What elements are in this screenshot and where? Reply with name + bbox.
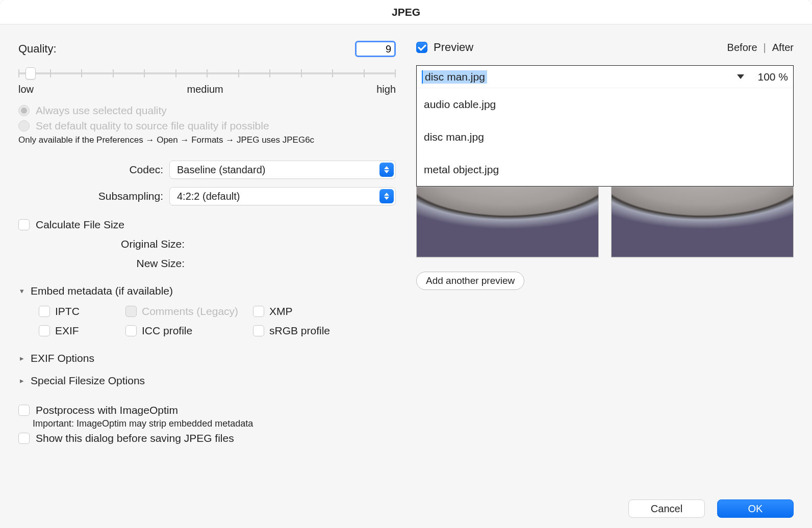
- comments-label: Comments (Legacy): [142, 305, 238, 318]
- radio-always-label: Always use selected quality: [36, 104, 167, 117]
- iptc-checkbox[interactable]: [39, 306, 50, 317]
- radio-hint: Only available if the Preferences → Open…: [18, 135, 396, 145]
- jpeg-export-dialog: JPEG Quality: low medium high: [0, 0, 812, 528]
- slider-medium-label: medium: [187, 84, 223, 95]
- comments-checkbox: [125, 306, 137, 317]
- dropdown-option[interactable]: metal object.jpg: [417, 153, 793, 186]
- subsampling-select[interactable]: 4:2:2 (default): [169, 187, 396, 205]
- preview-file-combobox[interactable]: disc man.jpg 100 % audio cable.jpg disc …: [416, 65, 794, 187]
- preview-images-row: [416, 187, 794, 257]
- show-dialog-label: Show this dialog before saving JPEG file…: [36, 432, 234, 444]
- postprocess-label: Postprocess with ImageOptim: [36, 404, 178, 416]
- slider-high-label: high: [376, 84, 396, 95]
- exif-checkbox[interactable]: [39, 325, 50, 336]
- selected-file-text[interactable]: disc man.jpg: [422, 70, 487, 84]
- preview-panel: Preview Before | After disc man.jpg 100 …: [416, 41, 794, 518]
- exif-label: EXIF: [55, 325, 79, 337]
- exif-options-label: EXIF Options: [31, 352, 94, 364]
- quality-label: Quality:: [18, 42, 57, 56]
- slider-ticks: [18, 69, 396, 77]
- srgb-label: sRGB profile: [269, 325, 330, 337]
- dropdown-option[interactable]: disc man.jpg: [417, 121, 793, 153]
- iptc-label: IPTC: [55, 305, 80, 318]
- preview-label: Preview: [434, 41, 473, 54]
- caret-down-icon[interactable]: [737, 74, 744, 79]
- preview-before-image[interactable]: [416, 187, 599, 257]
- embed-metadata-disclosure[interactable]: ▾ Embed metadata (if available): [18, 285, 396, 297]
- after-label[interactable]: After: [772, 42, 794, 54]
- slider-low-label: low: [18, 84, 34, 95]
- show-dialog-checkbox[interactable]: [18, 433, 30, 444]
- zoom-level: 100 %: [757, 71, 788, 83]
- file-dropdown-list: audio cable.jpg disc man.jpg metal objec…: [417, 88, 793, 186]
- xmp-checkbox[interactable]: [253, 306, 264, 317]
- cancel-button[interactable]: Cancel: [628, 499, 705, 518]
- radio-source-label: Set default quality to source file quali…: [36, 120, 269, 132]
- icc-checkbox[interactable]: [125, 325, 137, 336]
- radio-source-quality: [18, 120, 30, 131]
- srgb-checkbox[interactable]: [253, 325, 264, 336]
- original-size-label: Original Size:: [18, 238, 188, 250]
- quality-input[interactable]: [355, 41, 396, 57]
- slider-thumb[interactable]: [26, 67, 36, 80]
- xmp-label: XMP: [269, 305, 293, 318]
- preview-checkbox[interactable]: [416, 42, 427, 53]
- codec-label: Codec:: [18, 164, 163, 176]
- dialog-content: Quality: low medium high Always use: [0, 24, 812, 528]
- new-size-label: New Size:: [18, 257, 188, 270]
- special-filesize-disclosure[interactable]: ▸ Special Filesize Options: [18, 375, 396, 387]
- quality-slider[interactable]: [18, 64, 396, 82]
- embed-metadata-label: Embed metadata (if available): [31, 285, 173, 297]
- special-filesize-label: Special Filesize Options: [31, 375, 145, 387]
- chevron-right-icon: ▸: [18, 376, 26, 385]
- updown-icon: [379, 189, 394, 203]
- preview-after-image[interactable]: [611, 187, 794, 257]
- calc-filesize-checkbox[interactable]: [18, 219, 30, 230]
- codec-select[interactable]: Baseline (standard): [169, 161, 396, 179]
- subsampling-value: 4:2:2 (default): [177, 191, 240, 202]
- separator: |: [764, 42, 766, 54]
- settings-panel: Quality: low medium high Always use: [18, 41, 396, 518]
- icc-label: ICC profile: [142, 325, 192, 337]
- postprocess-note: Important: ImageOptim may strip embedded…: [33, 418, 396, 429]
- subsampling-label: Subsampling:: [18, 190, 163, 202]
- codec-value: Baseline (standard): [177, 164, 265, 176]
- dialog-title: JPEG: [0, 0, 812, 24]
- updown-icon: [379, 163, 394, 177]
- dropdown-option[interactable]: audio cable.jpg: [417, 88, 793, 121]
- add-preview-button[interactable]: Add another preview: [416, 272, 524, 290]
- chevron-down-icon: ▾: [18, 286, 26, 296]
- exif-options-disclosure[interactable]: ▸ EXIF Options: [18, 352, 396, 364]
- ok-button[interactable]: OK: [717, 499, 794, 518]
- before-label[interactable]: Before: [727, 42, 757, 54]
- postprocess-checkbox[interactable]: [18, 405, 30, 416]
- chevron-right-icon: ▸: [18, 354, 26, 363]
- dialog-footer: Cancel OK: [628, 499, 794, 518]
- radio-always-use-selected: [18, 105, 30, 116]
- calc-filesize-label: Calculate File Size: [36, 219, 124, 231]
